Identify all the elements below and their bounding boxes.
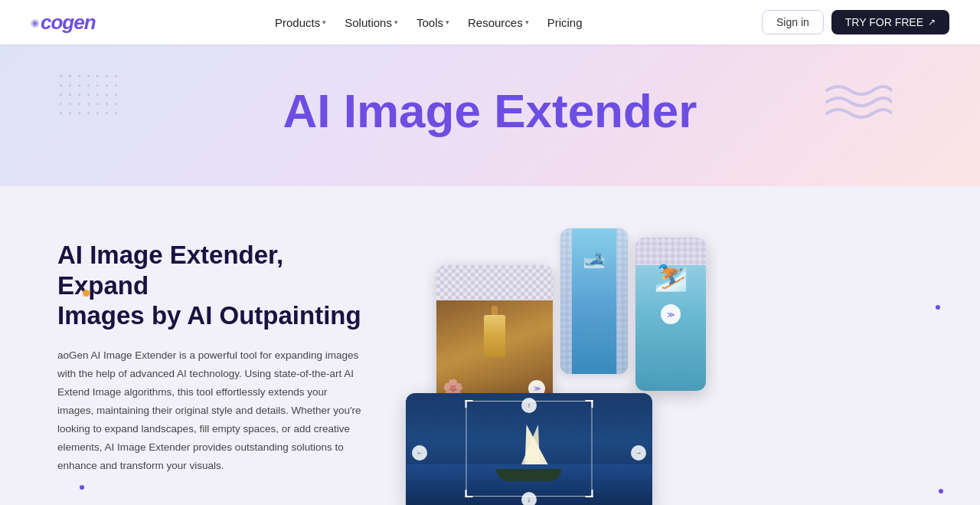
left-column: AI Image Extender, Expand Images by AI O… [57, 228, 364, 475]
arrow-icon: ↗ [928, 17, 936, 28]
dot-grid: for(let r=0;r<5;r++){for(let c=0;c<7;c++… [60, 75, 117, 114]
perfume-bottle [484, 306, 505, 356]
deco-dot-purple-right [936, 305, 940, 310]
boat-arrow-left[interactable]: ← [412, 445, 427, 461]
chevron-down-icon: ▾ [446, 18, 449, 26]
main-description: aoGen AI Image Extender is a powerful to… [57, 346, 364, 475]
nav-actions: Sign in TRY FOR FREE ↗ [762, 10, 949, 34]
wave-decoration [823, 79, 892, 131]
boat-arrow-down[interactable]: ↓ [521, 492, 537, 505]
chevron-down-icon: ▾ [525, 18, 529, 26]
skier-expand-btn[interactable]: ≫ [661, 304, 681, 324]
deco-dot-purple-left [80, 485, 84, 490]
deco-dot-orange [83, 290, 90, 297]
nav-pricing[interactable]: Pricing [547, 16, 583, 29]
main-section: AI Image Extender, Expand Images by AI O… [0, 186, 980, 505]
nav-products[interactable]: Products ▾ [275, 16, 326, 29]
logo-icon: ◉ [31, 17, 39, 28]
right-column: 🌸 ≫ 🎿 ⛷️ [406, 228, 923, 505]
boat-arrow-up[interactable]: ↑ [521, 398, 537, 413]
top-cards: 🌸 ≫ 🎿 ⛷️ [436, 228, 923, 405]
nav-links: Products ▾ Solutions ▾ Tools ▾ Resources… [275, 16, 583, 29]
skier-card-back: 🎿 [560, 228, 628, 374]
logo-text: cogen [41, 11, 96, 34]
try-free-button[interactable]: TRY FOR FREE ↗ [831, 10, 949, 34]
hero-content: AI Image Extender [283, 85, 697, 137]
nav-resources[interactable]: Resources ▾ [468, 16, 529, 29]
navbar: ◉ cogen Products ▾ Solutions ▾ Tools ▾ R… [0, 0, 980, 44]
perfume-card: 🌸 ≫ [436, 265, 553, 405]
hero-section: for(let r=0;r<5;r++){for(let c=0;c<7;c++… [0, 44, 980, 186]
logo[interactable]: ◉ cogen [31, 11, 96, 34]
boat-card: ↑ ↓ ← → [406, 393, 652, 505]
chevron-down-icon: ▾ [394, 18, 398, 26]
chevron-down-icon: ▾ [322, 18, 326, 26]
crop-frame [466, 401, 593, 497]
deco-dot-purple-right2 [939, 489, 943, 494]
signin-button[interactable]: Sign in [762, 10, 824, 34]
main-heading: AI Image Extender, Expand Images by AI O… [57, 240, 364, 331]
hero-title: AI Image Extender [283, 85, 697, 137]
skier-card-front: ⛷️ ≫ [635, 238, 706, 391]
nav-solutions[interactable]: Solutions ▾ [345, 16, 398, 29]
nav-tools[interactable]: Tools ▾ [416, 16, 449, 29]
boat-arrow-right[interactable]: → [631, 445, 646, 461]
